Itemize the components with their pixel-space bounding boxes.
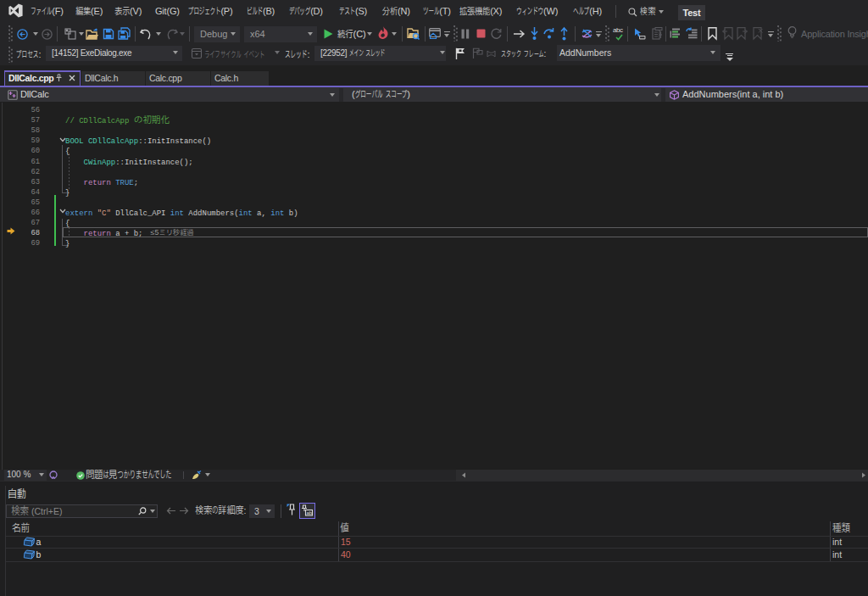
svg-text:ab: ab [307, 510, 313, 515]
